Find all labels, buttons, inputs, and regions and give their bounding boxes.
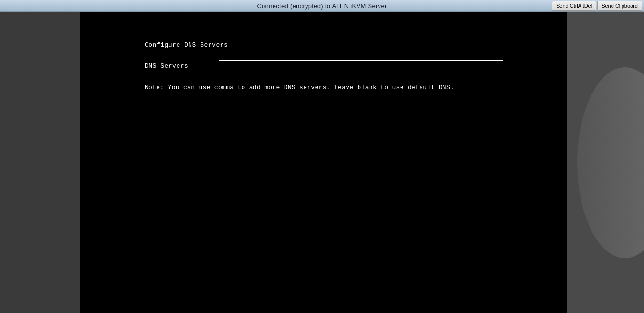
header-bar: Connected (encrypted) to ATEN iKVM Serve…: [0, 0, 644, 12]
connection-status-title: Connected (encrypted) to ATEN iKVM Serve…: [257, 2, 387, 10]
dns-note: Note: You can use comma to add more DNS …: [145, 83, 567, 93]
dns-form-row: DNS Servers: [145, 60, 567, 73]
terminal-content: Configure DNS Servers DNS Servers Note: …: [80, 12, 567, 93]
send-clipboard-button[interactable]: Send Clipboard: [597, 1, 642, 11]
send-ctrl-alt-del-button[interactable]: Send CtrlAltDel: [552, 1, 596, 11]
main-area: Configure DNS Servers DNS Servers Note: …: [0, 12, 644, 313]
dns-servers-input[interactable]: [219, 60, 503, 73]
kvm-screen: Configure DNS Servers DNS Servers Note: …: [80, 12, 567, 313]
header-buttons: Send CtrlAltDel Send Clipboard: [552, 0, 644, 11]
left-sidebar: [0, 12, 80, 313]
right-sidebar: [567, 12, 644, 313]
configure-dns-title: Configure DNS Servers: [145, 41, 567, 51]
dns-servers-label: DNS Servers: [145, 62, 219, 72]
